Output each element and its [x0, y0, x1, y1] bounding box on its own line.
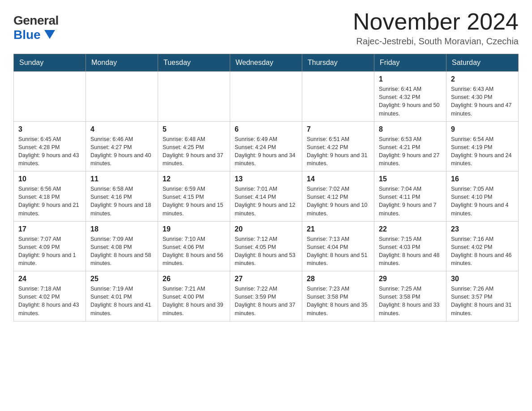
day-info: Sunrise: 7:02 AMSunset: 4:12 PMDaylight:… [307, 185, 369, 218]
calendar-cell: 22Sunrise: 7:15 AMSunset: 4:03 PMDayligh… [374, 221, 446, 271]
calendar-table: SundayMondayTuesdayWednesdayThursdayFrid… [13, 54, 519, 321]
logo-general-text: General [13, 13, 59, 28]
calendar-cell: 16Sunrise: 7:05 AMSunset: 4:10 PMDayligh… [446, 171, 519, 222]
calendar-week-row: 3Sunrise: 6:45 AMSunset: 4:28 PMDaylight… [14, 121, 519, 171]
day-number: 22 [379, 225, 442, 233]
logo: General Blue [13, 13, 59, 42]
day-info: Sunrise: 6:53 AMSunset: 4:21 PMDaylight:… [379, 135, 442, 168]
calendar-header-row: SundayMondayTuesdayWednesdayThursdayFrid… [14, 54, 519, 72]
calendar-cell: 26Sunrise: 7:21 AMSunset: 4:00 PMDayligh… [158, 271, 230, 321]
title-area: November 2024 Rajec-Jestrebi, South Mora… [353, 9, 519, 47]
day-info: Sunrise: 7:22 AMSunset: 3:59 PMDaylight:… [235, 285, 297, 317]
calendar-cell [86, 72, 158, 122]
day-number: 6 [235, 125, 297, 133]
day-number: 15 [379, 175, 442, 183]
day-number: 30 [451, 275, 514, 283]
calendar-cell: 10Sunrise: 6:56 AMSunset: 4:18 PMDayligh… [14, 171, 86, 222]
calendar-cell: 28Sunrise: 7:23 AMSunset: 3:58 PMDayligh… [302, 271, 374, 321]
weekday-header-thursday: Thursday [302, 54, 374, 72]
calendar-week-row: 17Sunrise: 7:07 AMSunset: 4:09 PMDayligh… [14, 221, 519, 271]
day-number: 9 [451, 125, 514, 133]
weekday-header-saturday: Saturday [446, 54, 519, 72]
calendar-cell: 11Sunrise: 6:58 AMSunset: 4:16 PMDayligh… [86, 171, 158, 222]
calendar-cell: 8Sunrise: 6:53 AMSunset: 4:21 PMDaylight… [374, 121, 446, 171]
day-info: Sunrise: 7:15 AMSunset: 4:03 PMDaylight:… [379, 235, 442, 268]
calendar-cell: 18Sunrise: 7:09 AMSunset: 4:08 PMDayligh… [86, 221, 158, 271]
day-number: 11 [90, 175, 153, 183]
calendar-cell: 25Sunrise: 7:19 AMSunset: 4:01 PMDayligh… [86, 271, 158, 321]
day-info: Sunrise: 7:09 AMSunset: 4:08 PMDaylight:… [90, 235, 153, 268]
month-year-title: November 2024 [353, 9, 519, 34]
day-info: Sunrise: 7:10 AMSunset: 4:06 PMDaylight:… [163, 235, 225, 268]
day-info: Sunrise: 7:01 AMSunset: 4:14 PMDaylight:… [235, 185, 297, 218]
weekday-header-monday: Monday [86, 54, 158, 72]
day-info: Sunrise: 6:48 AMSunset: 4:25 PMDaylight:… [163, 135, 225, 168]
calendar-cell: 5Sunrise: 6:48 AMSunset: 4:25 PMDaylight… [158, 121, 230, 171]
day-number: 14 [307, 175, 369, 183]
calendar-week-row: 10Sunrise: 6:56 AMSunset: 4:18 PMDayligh… [14, 171, 519, 222]
calendar-week-row: 24Sunrise: 7:18 AMSunset: 4:02 PMDayligh… [14, 271, 519, 321]
day-info: Sunrise: 6:56 AMSunset: 4:18 PMDaylight:… [18, 185, 81, 218]
day-number: 1 [379, 75, 442, 83]
day-number: 3 [18, 125, 81, 133]
day-number: 20 [235, 225, 297, 233]
day-info: Sunrise: 6:51 AMSunset: 4:22 PMDaylight:… [307, 135, 369, 168]
day-number: 7 [307, 125, 369, 133]
day-number: 23 [451, 225, 514, 233]
calendar-cell: 21Sunrise: 7:13 AMSunset: 4:04 PMDayligh… [302, 221, 374, 271]
day-info: Sunrise: 7:18 AMSunset: 4:02 PMDaylight:… [18, 285, 81, 317]
day-number: 8 [379, 125, 442, 133]
day-number: 21 [307, 225, 369, 233]
logo-triangle-icon [44, 30, 55, 39]
day-number: 10 [18, 175, 81, 183]
calendar-cell: 29Sunrise: 7:25 AMSunset: 3:58 PMDayligh… [374, 271, 446, 321]
day-info: Sunrise: 7:19 AMSunset: 4:01 PMDaylight:… [90, 285, 153, 317]
day-number: 27 [235, 275, 297, 283]
day-number: 17 [18, 225, 81, 233]
calendar-week-row: 1Sunrise: 6:41 AMSunset: 4:32 PMDaylight… [14, 72, 519, 122]
day-info: Sunrise: 7:04 AMSunset: 4:11 PMDaylight:… [379, 185, 442, 218]
calendar-cell [230, 72, 302, 122]
calendar-cell [158, 72, 230, 122]
day-info: Sunrise: 6:46 AMSunset: 4:27 PMDaylight:… [90, 135, 153, 168]
calendar-cell: 23Sunrise: 7:16 AMSunset: 4:02 PMDayligh… [446, 221, 519, 271]
weekday-header-wednesday: Wednesday [230, 54, 302, 72]
page-header: General Blue November 2024 Rajec-Jestreb… [13, 9, 519, 47]
calendar-cell: 19Sunrise: 7:10 AMSunset: 4:06 PMDayligh… [158, 221, 230, 271]
location-subtitle: Rajec-Jestrebi, South Moravian, Czechia [353, 36, 519, 47]
day-number: 18 [90, 225, 153, 233]
day-number: 19 [163, 225, 225, 233]
day-number: 4 [90, 125, 153, 133]
day-info: Sunrise: 7:25 AMSunset: 3:58 PMDaylight:… [379, 285, 442, 317]
weekday-header-sunday: Sunday [14, 54, 86, 72]
calendar-cell: 13Sunrise: 7:01 AMSunset: 4:14 PMDayligh… [230, 171, 302, 222]
day-number: 2 [451, 75, 514, 83]
day-info: Sunrise: 6:43 AMSunset: 4:30 PMDaylight:… [451, 85, 514, 118]
calendar-cell: 17Sunrise: 7:07 AMSunset: 4:09 PMDayligh… [14, 221, 86, 271]
day-info: Sunrise: 6:49 AMSunset: 4:24 PMDaylight:… [235, 135, 297, 168]
day-number: 13 [235, 175, 297, 183]
calendar-cell: 1Sunrise: 6:41 AMSunset: 4:32 PMDaylight… [374, 72, 446, 122]
day-info: Sunrise: 7:05 AMSunset: 4:10 PMDaylight:… [451, 185, 514, 218]
day-number: 5 [163, 125, 225, 133]
day-number: 29 [379, 275, 442, 283]
calendar-cell: 9Sunrise: 6:54 AMSunset: 4:19 PMDaylight… [446, 121, 519, 171]
calendar-cell: 30Sunrise: 7:26 AMSunset: 3:57 PMDayligh… [446, 271, 519, 321]
day-info: Sunrise: 7:21 AMSunset: 4:00 PMDaylight:… [163, 285, 225, 317]
calendar-cell [302, 72, 374, 122]
calendar-cell: 6Sunrise: 6:49 AMSunset: 4:24 PMDaylight… [230, 121, 302, 171]
calendar-cell: 3Sunrise: 6:45 AMSunset: 4:28 PMDaylight… [14, 121, 86, 171]
day-info: Sunrise: 7:12 AMSunset: 4:05 PMDaylight:… [235, 235, 297, 268]
day-number: 12 [163, 175, 225, 183]
day-info: Sunrise: 7:23 AMSunset: 3:58 PMDaylight:… [307, 285, 369, 317]
calendar-cell: 4Sunrise: 6:46 AMSunset: 4:27 PMDaylight… [86, 121, 158, 171]
day-info: Sunrise: 6:58 AMSunset: 4:16 PMDaylight:… [90, 185, 153, 218]
day-info: Sunrise: 7:07 AMSunset: 4:09 PMDaylight:… [18, 235, 81, 268]
calendar-cell: 7Sunrise: 6:51 AMSunset: 4:22 PMDaylight… [302, 121, 374, 171]
day-info: Sunrise: 6:59 AMSunset: 4:15 PMDaylight:… [163, 185, 225, 218]
weekday-header-friday: Friday [374, 54, 446, 72]
calendar-cell: 24Sunrise: 7:18 AMSunset: 4:02 PMDayligh… [14, 271, 86, 321]
day-info: Sunrise: 7:26 AMSunset: 3:57 PMDaylight:… [451, 285, 514, 317]
calendar-cell: 27Sunrise: 7:22 AMSunset: 3:59 PMDayligh… [230, 271, 302, 321]
day-number: 26 [163, 275, 225, 283]
